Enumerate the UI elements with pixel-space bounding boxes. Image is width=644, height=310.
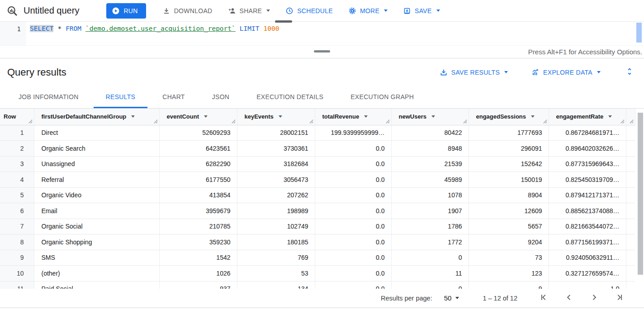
sql-line[interactable]: SELECT*FROM`demo.demoset.user_acquisitio… — [30, 25, 283, 32]
person-add-icon — [228, 7, 236, 15]
unfold-more-icon — [625, 67, 634, 76]
chevron-right-icon — [590, 293, 599, 302]
save-alt-icon — [440, 68, 448, 76]
previous-page-button[interactable] — [564, 293, 574, 304]
row-number-cell: 7 — [0, 219, 34, 234]
table-cell-overflow — [626, 187, 635, 203]
table-row: 7Organic Social2107851027490.0178656570.… — [0, 219, 635, 234]
column-menu-caret-icon[interactable] — [131, 115, 135, 118]
tab-execution-graph[interactable]: EXECUTION GRAPH — [338, 86, 426, 108]
table-cell: 0.821663544072… — [549, 219, 626, 234]
tab-results[interactable]: RESULTS — [94, 86, 148, 108]
tab-json[interactable]: JSON — [200, 86, 242, 108]
expand-results-button[interactable] — [624, 67, 635, 78]
column-menu-caret-icon[interactable] — [204, 115, 208, 118]
table-cell: Organic Search — [34, 141, 159, 157]
explore-data-button[interactable]: EXPLORE DATA — [531, 68, 601, 76]
table-cell: 0.877156199371… — [549, 234, 626, 250]
column-menu-caret-icon[interactable] — [608, 115, 612, 118]
schedule-label: SCHEDULE — [297, 7, 333, 14]
table-cell: 180185 — [237, 234, 315, 250]
editor-splitter-handle[interactable] — [275, 20, 292, 23]
table-scrollbar-thumb[interactable] — [638, 113, 643, 275]
column-label: Row — [4, 113, 16, 120]
schedule-button[interactable]: SCHEDULE — [285, 7, 333, 15]
first-page-button[interactable] — [538, 293, 549, 304]
explore-data-caret-icon — [597, 71, 601, 73]
query-results-header: Query results SAVE RESULTS EXPLORE DATA — [0, 58, 644, 86]
run-label: RUN — [123, 7, 137, 14]
query-magnifier-icon — [6, 5, 18, 17]
column-menu-caret-icon[interactable] — [531, 115, 535, 118]
sql-token: * — [57, 25, 62, 32]
table-header-row: Row firstUserDefaultChannelGroup eventCo… — [0, 109, 635, 125]
download-icon — [162, 7, 170, 15]
tab-chart[interactable]: CHART — [150, 86, 197, 108]
save-results-button[interactable]: SAVE RESULTS — [440, 68, 508, 76]
table-cell: 80422 — [391, 125, 469, 141]
table-cell: 0.0 — [315, 187, 391, 203]
share-button[interactable]: SHARE — [228, 7, 270, 15]
column-menu-caret-icon[interactable] — [364, 115, 368, 118]
table-cell: 52609293 — [159, 125, 237, 141]
column-header-totalRevenue: totalRevenue — [315, 109, 391, 125]
table-cell: 73 — [469, 250, 549, 266]
row-number-cell: 8 — [0, 234, 34, 250]
share-label: SHARE — [240, 7, 262, 14]
column-header-row: Row — [0, 109, 34, 125]
table-cell: 207262 — [237, 187, 315, 203]
more-button[interactable]: MORE — [348, 7, 388, 15]
table-cell: 0.879412171371… — [549, 187, 626, 203]
table-cell: 1786 — [391, 219, 469, 234]
table-row: 6Email39596791989890.01907126090.8856213… — [0, 203, 635, 219]
column-resize-grip-icon[interactable] — [629, 119, 634, 124]
tab-execution-details[interactable]: EXECUTION DETAILS — [244, 86, 336, 108]
next-page-button[interactable] — [589, 293, 600, 304]
column-resize-grip-icon[interactable] — [153, 119, 158, 124]
sql-token: LIMIT — [240, 25, 260, 32]
run-button[interactable]: RUN — [106, 3, 146, 19]
table-cell: 0.0 — [315, 219, 391, 234]
table-cell: 1078 — [391, 187, 469, 203]
column-resize-grip-icon[interactable] — [28, 119, 33, 124]
table-cell: 0.0 — [315, 156, 391, 172]
table-row: 8Organic Shopping3592301801850.017729204… — [0, 234, 635, 250]
column-resize-grip-icon[interactable] — [385, 119, 390, 124]
row-number-cell: 11 — [0, 281, 34, 289]
tab-job-information[interactable]: JOB INFORMATION — [6, 86, 91, 108]
save-caret-icon — [436, 10, 440, 12]
column-resize-grip-icon[interactable] — [231, 119, 236, 124]
table-cell-overflow — [626, 203, 635, 219]
table-cell: 1542 — [159, 250, 237, 266]
table-cell: 0.0 — [315, 141, 391, 157]
first-page-icon — [539, 293, 548, 302]
table-cell: 6423561 — [159, 141, 237, 157]
column-resize-grip-icon[interactable] — [309, 119, 314, 124]
column-menu-caret-icon[interactable] — [279, 115, 282, 118]
column-header-overflow — [626, 109, 635, 125]
table-cell-overflow — [626, 250, 635, 266]
table-cell: 296091 — [469, 141, 549, 157]
editor-scrollbar-thumb[interactable] — [636, 23, 642, 43]
table-scrollbar[interactable] — [638, 109, 643, 288]
page-size-select[interactable]: 50 — [444, 294, 459, 302]
share-caret-icon — [266, 10, 270, 12]
results-tab-bar: JOB INFORMATION RESULTS CHART JSON EXECU… — [0, 86, 644, 109]
last-page-button[interactable] — [614, 293, 625, 304]
column-resize-grip-icon[interactable] — [620, 119, 625, 124]
editor-scrollbar[interactable] — [636, 23, 642, 44]
column-header-eventCount: eventCount — [159, 109, 237, 125]
results-splitter-handle[interactable] — [314, 50, 330, 52]
table-cell: Direct — [34, 125, 159, 141]
table-cell: 9204 — [469, 234, 549, 250]
table-cell: 0.867284681971… — [549, 125, 626, 141]
column-resize-grip-icon[interactable] — [543, 119, 548, 124]
download-button[interactable]: DOWNLOAD — [162, 7, 213, 15]
sql-editor[interactable]: 1 SELECT*FROM`demo.demoset.user_acquisit… — [0, 22, 644, 45]
explore-data-label: EXPLORE DATA — [543, 69, 592, 76]
column-resize-grip-icon[interactable] — [463, 119, 468, 124]
sql-token: FROM — [66, 25, 81, 32]
table-cell: 413854 — [159, 187, 237, 203]
column-menu-caret-icon[interactable] — [431, 115, 435, 118]
save-button[interactable]: SAVE — [403, 7, 440, 15]
